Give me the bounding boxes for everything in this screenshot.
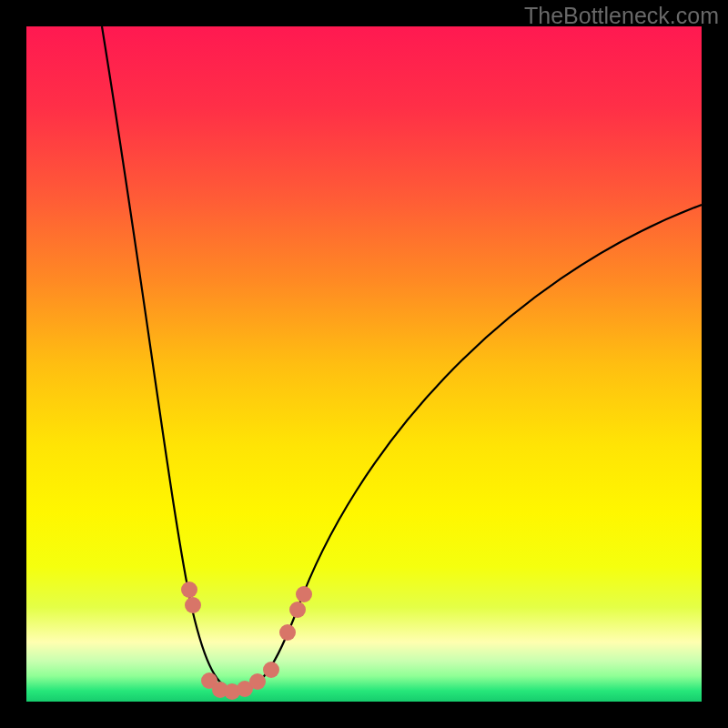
data-point xyxy=(289,602,306,618)
watermark-text: TheBottleneck.com xyxy=(524,3,719,29)
data-point xyxy=(185,597,201,613)
data-point xyxy=(181,581,197,598)
data-point xyxy=(296,586,312,602)
data-point xyxy=(279,624,296,641)
bottleneck-curve xyxy=(26,26,702,702)
chart-frame xyxy=(26,26,702,702)
data-point xyxy=(263,662,279,678)
data-point xyxy=(249,673,266,690)
